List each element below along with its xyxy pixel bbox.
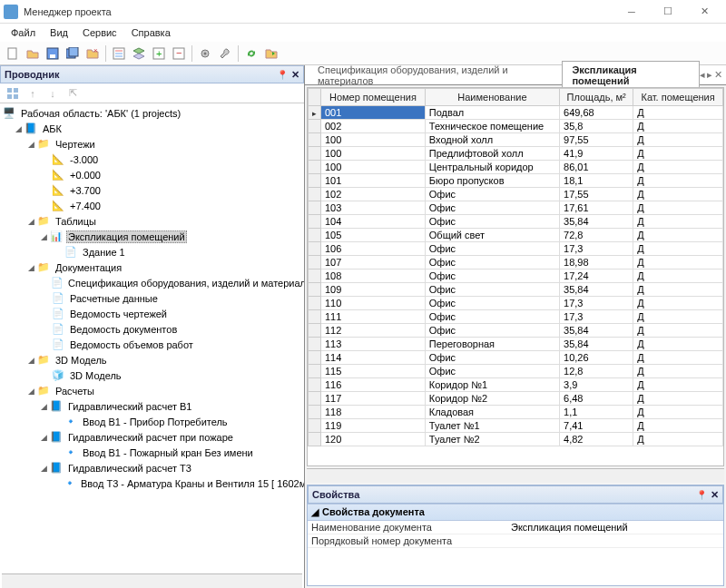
properties-header: Свойства 📍 ✕ [308, 485, 723, 504]
table-icon: 📊 [49, 230, 64, 243]
table-row[interactable]: 100Входной холл97,55Д [309, 133, 723, 147]
export-icon[interactable] [262, 44, 280, 63]
new-icon[interactable] [4, 44, 22, 63]
table-row[interactable]: 106Офис17,3Д [309, 242, 723, 256]
table-row[interactable]: 001Подвал649,68Д [309, 106, 723, 120]
tab-spec[interactable]: Спецификация оборудования, изделий и мат… [309, 62, 562, 89]
table-row[interactable]: 120Туалет №24,82Д [309, 433, 723, 446]
tab-explication[interactable]: Экспликация помещений [562, 61, 700, 90]
refresh-icon[interactable] [242, 44, 260, 63]
col-area[interactable]: Площадь, м² [560, 89, 633, 106]
table-row[interactable]: 108Офис17,24Д [309, 270, 723, 283]
close-button[interactable]: ✕ [686, 0, 722, 24]
drawing-icon: 📐 [51, 153, 65, 166]
drawing-icon: 📐 [51, 184, 65, 197]
project-icon: 📘 [24, 122, 38, 135]
calc-icon: 📘 [49, 400, 64, 413]
item-icon: 🔹 [64, 477, 76, 490]
layers-icon[interactable] [130, 44, 148, 63]
row-header-col [309, 89, 321, 106]
tab-next-icon[interactable]: ▸ [707, 69, 712, 81]
table-row[interactable]: 113Переговорная35,84Д [309, 338, 723, 351]
table-row[interactable]: 117Коридор №26,48Д [309, 392, 723, 406]
settings-icon[interactable] [196, 44, 214, 63]
prop-row[interactable]: Наименование документаЭкспликация помеще… [308, 521, 723, 534]
project-tree[interactable]: 🖥️Рабочая область: 'АБК' (1 projects) ◢📘… [0, 103, 304, 573]
svg-text:×: × [93, 47, 98, 54]
doc-icon: 📄 [51, 292, 65, 305]
menu-view[interactable]: Вид [43, 25, 75, 40]
table-row[interactable]: 109Офис35,84Д [309, 283, 723, 297]
folder-icon: 📁 [36, 385, 51, 397]
svg-text:+: + [156, 48, 162, 59]
down-icon[interactable]: ↓ [44, 84, 62, 103]
table-row[interactable]: 110Офис17,3Д [309, 297, 723, 310]
prop-row[interactable]: Порядковый номер документа [308, 534, 723, 548]
table-row[interactable]: 116Коридор №13,9Д [309, 378, 723, 392]
table-row[interactable]: 103Офис17,61Д [309, 201, 723, 215]
table-row[interactable]: 111Офис17,3Д [309, 310, 723, 324]
svg-rect-2 [50, 54, 55, 58]
table-row[interactable]: 107Офис18,98Д [309, 256, 723, 270]
table-row[interactable]: 115Офис12,8Д [309, 365, 723, 378]
props-group[interactable]: ◢Свойства документа [308, 504, 723, 521]
item-icon: 🔹 [64, 416, 78, 428]
table-row[interactable]: 002Техническое помещение35,8Д [309, 120, 723, 133]
menu-service[interactable]: Сервис [75, 25, 124, 40]
table-row[interactable]: 105Общий свет72,8Д [309, 229, 723, 242]
svg-rect-18 [7, 94, 12, 99]
table-row[interactable]: 112Офис35,84Д [309, 324, 723, 338]
folder-icon: 📁 [36, 215, 51, 228]
svg-rect-0 [8, 48, 16, 59]
svg-rect-17 [14, 88, 18, 93]
menu-help[interactable]: Справка [124, 25, 178, 40]
save-icon[interactable] [44, 44, 62, 63]
sheet-icon: 📄 [64, 246, 78, 259]
document-tabs: Спецификация оборудования, изделий и мат… [305, 65, 726, 85]
remove-icon[interactable]: − [170, 44, 188, 63]
wrench-icon[interactable] [216, 44, 234, 63]
open-icon[interactable] [24, 44, 42, 63]
table-row[interactable]: 119Туалет №17,41Д [309, 419, 723, 433]
tab-close-icon[interactable]: ✕ [714, 69, 722, 81]
close-doc-icon[interactable]: × [83, 44, 102, 63]
model-icon: 🧊 [51, 369, 65, 382]
menu-file[interactable]: Файл [4, 25, 43, 40]
tree-view-icon[interactable] [4, 84, 22, 103]
explorer-toolbar: ↑ ↓ ⇱ [0, 83, 304, 103]
table-row[interactable]: 100Предлифтовой холл41,9Д [309, 147, 723, 161]
col-category[interactable]: Кат. помещения [633, 89, 723, 106]
table-row[interactable]: 101Бюро пропусков18,1Д [309, 174, 723, 188]
panel-close-icon[interactable]: ✕ [291, 69, 299, 81]
table-row[interactable]: 114Офис10,26Д [309, 351, 723, 365]
menubar: Файл Вид Сервис Справка [0, 24, 726, 42]
tab-prev-icon[interactable]: ◂ [700, 69, 705, 81]
pin-icon[interactable]: 📍 [696, 490, 707, 500]
grid-scrollbar[interactable] [307, 468, 724, 483]
panel-close-icon[interactable]: ✕ [711, 489, 719, 501]
maximize-button[interactable]: ☐ [650, 0, 686, 24]
explorer-header: Проводник 📍 ✕ [0, 65, 304, 83]
drawing-icon: 📐 [51, 169, 65, 181]
col-name[interactable]: Наименование [425, 89, 559, 106]
titlebar: Менеджер проекта ─ ☐ ✕ [0, 0, 726, 24]
folder-icon: 📁 [36, 138, 51, 151]
pin-icon[interactable]: 📍 [277, 70, 288, 80]
collapse-icon[interactable]: ⇱ [64, 84, 82, 103]
minimize-button[interactable]: ─ [613, 0, 650, 24]
table-row[interactable]: 118Кладовая1,1Д [309, 406, 723, 419]
saveall-icon[interactable] [64, 44, 82, 63]
table-row[interactable]: 102Офис17,55Д [309, 188, 723, 201]
properties-icon[interactable] [110, 44, 128, 63]
properties-panel: Свойства 📍 ✕ ◢Свойства документа Наимено… [307, 485, 724, 586]
drawing-icon: 📐 [51, 200, 65, 212]
col-number[interactable]: Номер помещения [321, 89, 426, 106]
rooms-grid[interactable]: Номер помещения Наименование Площадь, м²… [307, 87, 724, 466]
table-row[interactable]: 100Центральный коридор86,01Д [309, 161, 723, 174]
doc-icon: 📄 [51, 323, 65, 336]
calc-icon: 📘 [49, 431, 64, 444]
add-icon[interactable]: + [150, 44, 168, 63]
table-row[interactable]: 104Офис35,84Д [309, 215, 723, 229]
explorer-scrollbar[interactable] [2, 573, 302, 588]
up-icon[interactable]: ↑ [24, 84, 42, 103]
